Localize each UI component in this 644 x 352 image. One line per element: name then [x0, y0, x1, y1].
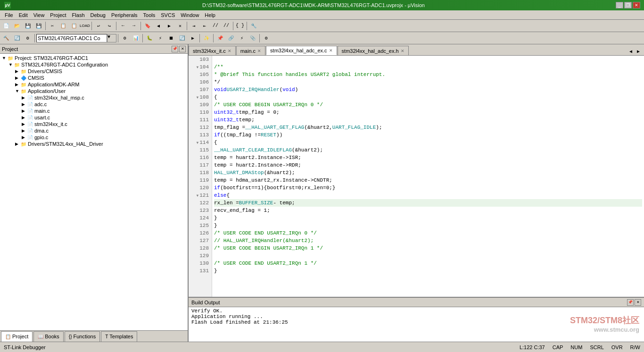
tree-item-cmsis[interactable]: ▶🔷CMSIS: [1, 75, 187, 81]
close-button[interactable]: ✕: [633, 2, 640, 8]
expand-icon-mdk-arm[interactable]: ▶: [15, 82, 21, 87]
code-line-126[interactable]: /* USER CODE END USART2_IRQn 0 */: [214, 229, 642, 237]
tab-scroll-right-button[interactable]: ▶: [635, 48, 642, 55]
target-input[interactable]: STM32L476RGT-ADC1 Co: [36, 34, 107, 42]
build-close-button[interactable]: ✕: [635, 299, 641, 306]
menu-flash[interactable]: Flash: [69, 11, 88, 19]
editor-tab-close-tab2[interactable]: ✕: [257, 49, 261, 53]
minimize-button[interactable]: _: [616, 2, 623, 8]
fold-icon-114[interactable]: ▼: [196, 141, 198, 145]
build-target-button[interactable]: 🔨: [1, 33, 11, 43]
code-line-110[interactable]: uint32_t tmp_flag = 0;: [214, 109, 642, 116]
nav-back-button[interactable]: ←: [118, 21, 128, 31]
code-line-112[interactable]: tmp_flag = __HAL_UART_GET_FLAG(&huart2,U…: [214, 124, 642, 131]
rebuild-button[interactable]: 🔄: [12, 33, 22, 43]
settings2-button[interactable]: ⚙: [261, 33, 272, 43]
flash-button[interactable]: ⚡: [155, 33, 165, 43]
fold-icon-108[interactable]: ▼: [196, 95, 198, 100]
expand-icon-file2[interactable]: ▶: [22, 102, 27, 107]
target-dropdown[interactable]: ▼: [107, 34, 116, 42]
expand-icon-file7[interactable]: ▶: [22, 135, 27, 140]
menu-debug[interactable]: Debug: [88, 11, 108, 19]
editor-tab-tab3[interactable]: stm32l4xx_hal_adc_ex.c✕: [266, 46, 337, 55]
editor-tab-close-tab3[interactable]: ✕: [329, 48, 333, 53]
tab-functions[interactable]: {} Functions: [65, 331, 100, 342]
open-map-button[interactable]: 📊: [131, 33, 141, 43]
code-line-109[interactable]: /* USER CODE BEGIN USART2_IRQn 0 */: [214, 101, 642, 109]
tree-item-config[interactable]: ▼📁STM32L476RGT-ADC1 Configuration: [1, 61, 187, 68]
menu-edit[interactable]: Edit: [16, 11, 31, 19]
extra2-button[interactable]: 🔗: [226, 33, 236, 43]
reset-button[interactable]: 🔄: [177, 33, 187, 43]
debug-button[interactable]: 🐛: [144, 33, 155, 43]
new-file-button[interactable]: 📄: [1, 21, 11, 31]
menu-tools[interactable]: Tools: [140, 11, 158, 19]
menu-file[interactable]: File: [2, 11, 16, 19]
expand-icon-cmsis-group[interactable]: ▶: [15, 69, 21, 74]
code-line-129[interactable]: [214, 252, 642, 260]
stop-button[interactable]: ⏹: [166, 33, 176, 43]
tree-item-root[interactable]: ▼📁Project: STM32L476RGT-ADC1: [1, 55, 187, 61]
code-line-125[interactable]: }: [214, 222, 642, 229]
fold-icon-104[interactable]: ▼: [196, 65, 198, 69]
code-line-131[interactable]: }: [214, 267, 642, 275]
editor-tab-tab1[interactable]: stm32l4xx_it.c✕: [189, 46, 236, 55]
code-line-130[interactable]: /* USER CODE END USART2_IRQn 1 */: [214, 260, 642, 267]
code-editor[interactable]: 103▼104105106107▼108109110111112113▼1141…: [189, 56, 644, 297]
panel-close-button[interactable]: ✕: [179, 46, 186, 52]
code-line-121[interactable]: else{: [214, 192, 642, 199]
code-line-107[interactable]: void USART2_IRQHandler(void): [214, 86, 642, 93]
bookmark-prev-button[interactable]: ◀: [153, 21, 164, 31]
code-line-104[interactable]: /**: [214, 63, 642, 71]
save-all-button[interactable]: 💾: [33, 21, 44, 31]
unindent-button[interactable]: ⇤: [199, 21, 210, 31]
expand-icon-hal-driver[interactable]: ▶: [15, 142, 21, 146]
code-line-117[interactable]: temp = huart2.Instance->RDR;: [214, 161, 642, 169]
fold-icon-121[interactable]: ▼: [196, 193, 198, 198]
uncomment-button[interactable]: //: [221, 21, 231, 31]
tools-button[interactable]: 🔧: [248, 21, 259, 31]
tree-item-file7[interactable]: ▶📄gpio.c: [1, 134, 187, 141]
save-button[interactable]: 💾: [23, 21, 33, 31]
expand-icon-config[interactable]: ▼: [8, 62, 14, 67]
expand-icon-root[interactable]: ▼: [2, 56, 8, 60]
code-line-114[interactable]: {: [214, 139, 642, 146]
magic-button[interactable]: ✨: [201, 33, 212, 43]
code-line-123[interactable]: recv_end_flag = 1;: [214, 207, 642, 214]
editor-tab-close-tab1[interactable]: ✕: [228, 49, 231, 53]
code-line-106[interactable]: */: [214, 78, 642, 86]
extra3-button[interactable]: ⚡: [237, 33, 247, 43]
editor-tab-tab2[interactable]: main.c✕: [236, 46, 265, 55]
panel-pin-button[interactable]: 📌: [172, 46, 178, 52]
code-line-103[interactable]: [214, 56, 642, 63]
code-line-119[interactable]: temp = hdma_usart2_rx.Instance->CNDTR;: [214, 176, 642, 184]
bookmark-button[interactable]: 🔖: [142, 21, 153, 31]
code-line-118[interactable]: HAL_UART_DMAStop(&huart2);: [214, 169, 642, 176]
code-line-111[interactable]: uint32_t temp;: [214, 116, 642, 124]
expand-icon-app-user[interactable]: ▼: [15, 89, 21, 93]
code-line-105[interactable]: * @brief This function handles USART2 gl…: [214, 71, 642, 78]
paste-button[interactable]: 📋: [69, 21, 79, 31]
comment-button[interactable]: //: [210, 21, 221, 31]
code-line-127[interactable]: // HAL_UART_IRQHandler(&huart2);: [214, 237, 642, 244]
open-button[interactable]: 📂: [12, 21, 22, 31]
tab-templates[interactable]: T Templates: [101, 331, 137, 342]
tree-item-cmsis-group[interactable]: ▶📁Drivers/CMSIS: [1, 68, 187, 75]
copy-button[interactable]: 📋: [58, 21, 68, 31]
expand-icon-cmsis[interactable]: ▶: [15, 75, 21, 80]
restore-button[interactable]: ❐: [624, 2, 632, 8]
tree-item-app-user[interactable]: ▼📁Application/User: [1, 88, 187, 94]
menu-svcs[interactable]: SVCS: [158, 11, 178, 19]
cut-button[interactable]: ✂: [47, 21, 58, 31]
clear-bookmark-button[interactable]: ✕: [175, 21, 185, 31]
expand-icon-file6[interactable]: ▶: [22, 128, 27, 133]
code-line-113[interactable]: if((tmp_flag != RESET)): [214, 131, 642, 139]
expand-icon-file4[interactable]: ▶: [22, 115, 27, 120]
menu-window[interactable]: Window: [178, 11, 202, 19]
snippet-button[interactable]: { }: [235, 21, 245, 31]
code-line-115[interactable]: __HAL_UART_CLEAR_IDLEFLAG(&huart2);: [214, 146, 642, 154]
build-pin-button[interactable]: 📌: [627, 299, 634, 306]
expand-icon-file1[interactable]: ▶: [22, 95, 27, 100]
code-line-122[interactable]: rx_len = BUFFER_SIZE - temp;: [214, 199, 642, 207]
editor-tab-close-tab4[interactable]: ✕: [401, 49, 405, 53]
